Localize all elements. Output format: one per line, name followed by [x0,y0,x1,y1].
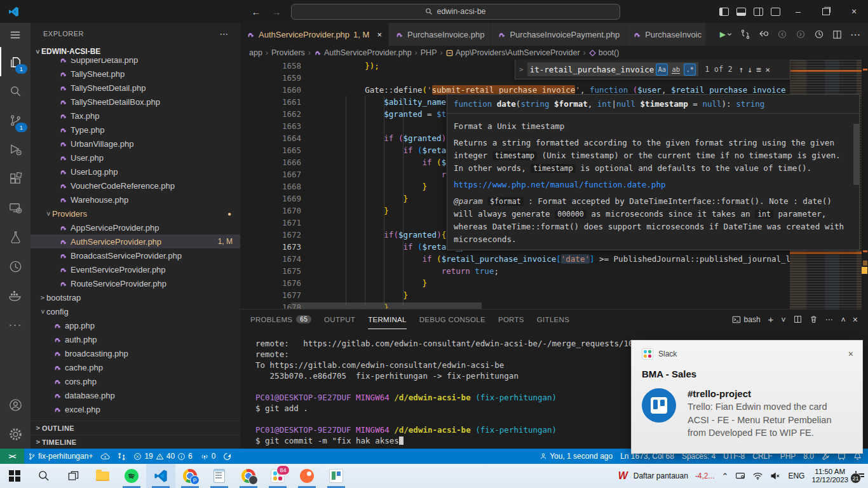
tree-file-cors.php[interactable]: cors.php [31,374,240,388]
run-button[interactable]: ▶ [720,30,732,39]
broadcast-status[interactable]: 0 [196,449,220,464]
tree-file-TallySheetDetail.php[interactable]: TallySheetDetail.php [31,81,240,95]
timeline-clock-icon[interactable] [814,29,824,39]
panel-tab-PROBLEMS[interactable]: PROBLEMS65 [250,309,311,329]
regex-toggle[interactable]: .* [684,64,696,76]
settings-gear-icon[interactable] [0,419,31,449]
more-views-icon[interactable]: ··· [0,310,31,339]
watchlist-value[interactable]: -4,2... [695,471,715,480]
horizontal-scrollbar[interactable] [291,302,482,309]
terminal-dropdown-icon[interactable]: > [779,317,788,322]
panel-tab-GITLENS[interactable]: GITLENS [537,309,569,329]
split-editor-icon[interactable] [832,30,842,39]
chrome-profile2-icon[interactable] [234,464,263,488]
run-debug-icon[interactable] [0,135,31,164]
breadcrumb-item-boot()[interactable]: boot() [589,48,620,57]
terminal-profile[interactable]: bash [732,315,761,324]
tree-file-AuthServiceProvider.php[interactable]: AuthServiceProvider.php1, M [31,234,240,248]
tree-file-Type.php[interactable]: Type.php [31,123,240,137]
taskbar-search-button[interactable] [29,464,58,488]
docker-icon[interactable] [0,281,31,310]
code-line-1677[interactable]: 1677 } [240,289,868,301]
close-notification-icon[interactable]: × [848,349,853,359]
menu-icon[interactable] [0,23,31,47]
clock[interactable]: 11:50 AM 12/12/2023 [811,468,848,485]
tree-file-database.php[interactable]: database.php [31,388,240,402]
wifi-icon[interactable] [752,471,763,480]
workspace-root-folder[interactable]: > EDWIN-ACSI-BE [31,44,240,58]
whole-word-toggle[interactable]: ab [670,64,682,76]
tree-folder-bootstrap[interactable]: >bootstrap [31,290,240,304]
notification-center-icon[interactable]: 21 [855,471,857,480]
code-line-1676[interactable]: 1676 } [240,277,868,289]
kill-terminal-icon[interactable] [810,315,818,323]
vscode-taskbar-icon[interactable] [146,464,175,488]
gitlens-compare-icon[interactable] [114,449,130,464]
terminal[interactable]: remote: https://gitlab.com/edwin-consult… [255,338,638,446]
tree-file-TallySheetDetailBox.php[interactable]: TallySheetDetailBox.php [31,95,240,109]
gitlens-status-icon[interactable] [219,449,235,464]
timeline-section[interactable]: > TIMELINE [31,435,240,449]
breadcrumb-item-AuthServiceProvider.php[interactable]: AuthServiceProvider.php [314,48,412,57]
compare-changes-icon[interactable] [740,29,750,39]
editor-tab-PurchaseInvoice.php[interactable]: PurchaseInvoice.php [389,23,491,46]
tree-file-UserLog.php[interactable]: UserLog.php [31,165,240,179]
chrome-profile1-icon[interactable]: P [175,464,205,488]
close-window-button[interactable]: × [840,0,868,23]
close-find-icon[interactable]: × [765,65,770,74]
volume-muted-icon[interactable] [770,471,781,480]
tree-file-EventServiceProvider.php[interactable]: EventServiceProvider.php [31,262,240,276]
match-case-toggle[interactable]: Aa [656,64,668,76]
watchlist-label[interactable]: Daftar pantauan [634,471,688,480]
explorer-more-actions-icon[interactable]: ⋯ [220,29,229,39]
source-control-icon[interactable]: 1 [0,105,31,135]
close-tab-icon[interactable]: × [377,30,382,39]
sync-cloud-icon[interactable] [97,449,114,464]
widgets-icon[interactable] [322,464,351,488]
explorer-icon[interactable]: 1 [0,47,31,76]
find-input[interactable]: it-retail_purchase_invoice Aa ab .* [527,62,699,76]
editor-tab-PurchaseInvoic[interactable]: PurchaseInvoic [627,23,706,46]
tray-display-icon[interactable] [735,471,745,480]
toggle-panel-icon[interactable] [733,0,750,23]
panel-tab-DEBUG CONSOLE[interactable]: DEBUG CONSOLE [419,309,485,329]
start-button[interactable] [0,464,29,488]
task-view-button[interactable] [58,464,88,488]
tree-file-RouteServiceProvider.php[interactable]: RouteServiceProvider.php [31,276,240,290]
tree-file-VoucherCodeReference.php[interactable]: VoucherCodeReference.php [31,179,240,193]
remote-indicator[interactable]: >< [0,449,24,464]
split-terminal-icon[interactable] [794,315,802,323]
panel-tab-OUTPUT[interactable]: OUTPUT [324,309,355,329]
toggle-primary-sidebar-icon[interactable] [715,0,733,23]
restore-button[interactable] [812,0,840,23]
tree-file-auth.php[interactable]: auth.php [31,332,240,346]
file-explorer-icon[interactable] [88,464,117,488]
panel-more-actions-icon[interactable]: ⋯ [825,315,833,324]
tree-file-Warehouse.php[interactable]: Warehouse.php [31,193,240,207]
tree-folder-config[interactable]: >config [31,304,240,318]
tree-file-excel.php[interactable]: excel.php [31,402,240,416]
minimize-button[interactable]: – [784,0,812,23]
close-panel-icon[interactable]: × [853,315,858,325]
new-terminal-icon[interactable]: + [768,314,774,325]
maximize-panel-icon[interactable]: > [838,317,847,322]
history-forward-icon[interactable]: → [271,6,282,17]
tooltip-scrollbar[interactable] [853,124,859,185]
editor-tab-PurchaseInvoicePayment.php[interactable]: PurchaseInvoicePayment.php [491,23,627,46]
toggle-secondary-sidebar-icon[interactable] [750,0,767,23]
testing-icon[interactable] [0,222,31,252]
breadcrumb-item-app[interactable]: app [249,48,262,57]
customize-layout-icon[interactable] [767,0,784,23]
accounts-icon[interactable] [0,390,31,419]
spotify-icon[interactable] [117,464,146,488]
postman-icon[interactable] [292,464,322,488]
branch-status[interactable]: fix-perhitungan+ [24,449,97,464]
tree-file-cache.php[interactable]: cache.php [31,360,240,374]
slack-taskbar-icon[interactable]: 84 [263,464,292,488]
tree-file-Tax.php[interactable]: Tax.php [31,109,240,123]
tree-file-TallySheet.php[interactable]: TallySheet.php [31,67,240,81]
notepad-icon[interactable] [205,464,234,488]
code-editor[interactable]: 1658 });16591660 Gate::define('submit-re… [240,60,868,309]
breadcrumb-item-PHP[interactable]: PHP [421,48,437,57]
last-edit-status[interactable]: You, 1 second ago [536,449,616,464]
